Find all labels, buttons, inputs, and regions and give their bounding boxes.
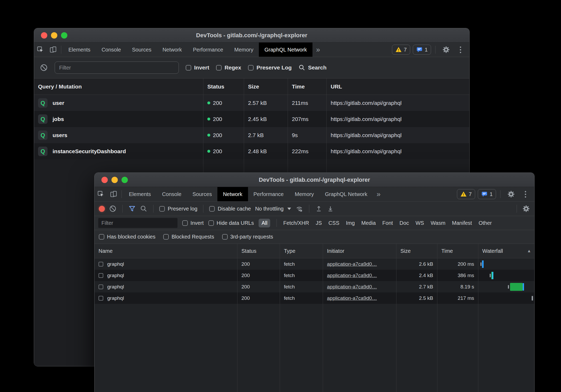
type-filter-media[interactable]: Media (361, 220, 376, 226)
row-checkbox[interactable] (99, 273, 103, 278)
tab-sources[interactable]: Sources (187, 187, 217, 201)
network-request-row[interactable]: graphql 200 fetch application-a7ca9d0… 2… (95, 258, 534, 270)
titlebar[interactable]: DevTools - gitlab.com/-/graphql-explorer (34, 28, 469, 43)
column-header-url[interactable]: URL (327, 78, 469, 95)
filter-funnel-icon[interactable] (128, 205, 136, 212)
type-filter-other[interactable]: Other (479, 220, 492, 226)
invert-checkbox[interactable]: Invert (186, 64, 209, 71)
search-toggle[interactable]: Search (298, 64, 326, 71)
tab-elements[interactable]: Elements (63, 43, 96, 57)
3rd-party-requests-checkbox[interactable]: 3rd-party requests (222, 234, 273, 240)
network-request-table: NameStatusTypeInitiatorSizeTimeWaterfall… (95, 244, 534, 392)
invert-checkbox[interactable]: Invert (182, 220, 204, 226)
initiator-link[interactable]: application-a7ca9d0… (327, 295, 377, 301)
sort-ascending-icon[interactable]: ▲ (527, 249, 531, 253)
initiator-link[interactable]: application-a7ca9d0… (327, 273, 377, 278)
settings-gear-icon[interactable] (505, 190, 517, 198)
tab-elements[interactable]: Elements (123, 187, 156, 201)
block-icon[interactable] (40, 64, 48, 72)
tab-network[interactable]: Network (157, 43, 187, 57)
graphql-request-row[interactable]: Quser 200 2.57 kB 211ms https://gitlab.c… (34, 95, 469, 111)
initiator-link[interactable]: application-a7ca9d0… (327, 284, 377, 290)
inspect-element-icon[interactable] (34, 43, 47, 57)
column-header-status[interactable]: Status (237, 244, 280, 258)
import-har-icon[interactable] (315, 205, 322, 212)
throttling-dropdown[interactable]: No throttling (255, 206, 291, 212)
type-filter-font[interactable]: Font (382, 220, 393, 226)
preserve-log-checkbox[interactable]: Preserve Log (248, 64, 292, 71)
network-request-row[interactable]: graphql 200 fetch application-a7ca9d0… 2… (95, 270, 534, 281)
warnings-badge[interactable]: 7 (392, 45, 410, 55)
divider (121, 190, 122, 198)
network-request-row[interactable]: graphql 200 fetch application-a7ca9d0… 2… (95, 292, 534, 304)
clear-icon[interactable] (109, 205, 116, 212)
regex-checkbox[interactable]: Regex (216, 64, 241, 71)
graphql-request-row[interactable]: QinstanceSecurityDashboard 200 2.48 kB 2… (34, 143, 469, 159)
type-filter-ws[interactable]: WS (415, 220, 424, 226)
type-filter-fetch-xhr[interactable]: Fetch/XHR (283, 220, 309, 226)
row-checkbox[interactable] (99, 296, 103, 301)
more-tabs-icon[interactable]: » (373, 187, 384, 201)
disable-cache-checkbox[interactable]: Disable cache (209, 206, 251, 212)
inspect-element-icon[interactable] (95, 187, 107, 201)
column-header-size[interactable]: Size (396, 244, 437, 258)
column-header-name[interactable]: Name (95, 244, 237, 258)
tab-network[interactable]: Network (217, 187, 248, 201)
filter-input[interactable] (55, 62, 179, 74)
column-header-query-mutation[interactable]: Query / Mutation (34, 78, 203, 95)
network-request-row[interactable]: graphql 200 fetch application-a7ca9d0… 2… (95, 281, 534, 292)
row-checkbox[interactable] (99, 284, 103, 289)
type-filter-js[interactable]: JS (316, 220, 322, 226)
type-filter-manifest[interactable]: Manifest (452, 220, 472, 226)
titlebar[interactable]: DevTools - gitlab.com/-/graphql-explorer (95, 173, 534, 187)
tab-console[interactable]: Console (156, 187, 187, 201)
type-filter-doc[interactable]: Doc (400, 220, 409, 226)
type-filter-img[interactable]: Img (346, 220, 355, 226)
record-button[interactable] (99, 206, 105, 212)
settings-gear-icon[interactable] (440, 46, 452, 54)
divider (435, 46, 436, 54)
type-filter-all[interactable]: All (259, 219, 270, 227)
hide-data-urls-checkbox[interactable]: Hide data URLs (208, 220, 254, 226)
tab-memory[interactable]: Memory (229, 43, 259, 57)
tab-performance[interactable]: Performance (188, 43, 229, 57)
column-header-time[interactable]: Time (437, 244, 478, 258)
network-filter-input[interactable] (98, 218, 177, 228)
blocked-requests-checkbox[interactable]: Blocked Requests (163, 234, 214, 240)
device-toolbar-icon[interactable] (47, 43, 59, 57)
issues-badge[interactable]: 1 (413, 45, 431, 55)
more-tabs-icon[interactable]: » (312, 43, 324, 57)
column-header-time[interactable]: Time (288, 78, 327, 95)
graphql-request-row[interactable]: Qjobs 200 2.45 kB 207ms https://gitlab.c… (34, 111, 469, 127)
tab-performance[interactable]: Performance (248, 187, 289, 201)
divider (517, 205, 517, 213)
search-icon[interactable] (140, 205, 147, 212)
column-header-status[interactable]: Status (203, 78, 244, 95)
tab-sources[interactable]: Sources (127, 43, 157, 57)
column-header-size[interactable]: Size (244, 78, 288, 95)
kebab-menu-icon[interactable] (455, 46, 466, 53)
network-settings-gear-icon[interactable] (522, 205, 530, 213)
tab-console[interactable]: Console (96, 43, 126, 57)
type-filter-wasm[interactable]: Wasm (431, 220, 445, 226)
warnings-badge[interactable]: 7 (457, 189, 475, 199)
issues-badge[interactable]: 1 (478, 189, 496, 199)
row-checkbox[interactable] (99, 262, 103, 267)
export-har-icon[interactable] (327, 205, 334, 212)
column-header-initiator[interactable]: Initiator (323, 244, 396, 258)
preserve-log-checkbox[interactable]: Preserve log (159, 206, 197, 212)
status-ok-dot (207, 101, 210, 104)
has-blocked-cookies-checkbox[interactable]: Has blocked cookies (99, 234, 155, 240)
tab-memory[interactable]: Memory (289, 187, 319, 201)
type-filter-css[interactable]: CSS (329, 220, 339, 226)
column-header-waterfall[interactable]: Waterfall▲ (478, 244, 534, 258)
kebab-menu-icon[interactable] (520, 191, 531, 198)
graphql-request-row[interactable]: Qusers 200 2.7 kB 9s https://gitlab.com/… (34, 127, 469, 143)
tab-graphql-network[interactable]: GraphQL Network (319, 187, 373, 201)
tab-graphql-network[interactable]: GraphQL Network (259, 43, 312, 57)
device-toolbar-icon[interactable] (107, 187, 120, 201)
initiator-link[interactable]: application-a7ca9d0… (327, 261, 377, 267)
waterfall-bars (478, 270, 534, 281)
column-header-type[interactable]: Type (280, 244, 323, 258)
network-conditions-icon[interactable] (295, 205, 303, 213)
